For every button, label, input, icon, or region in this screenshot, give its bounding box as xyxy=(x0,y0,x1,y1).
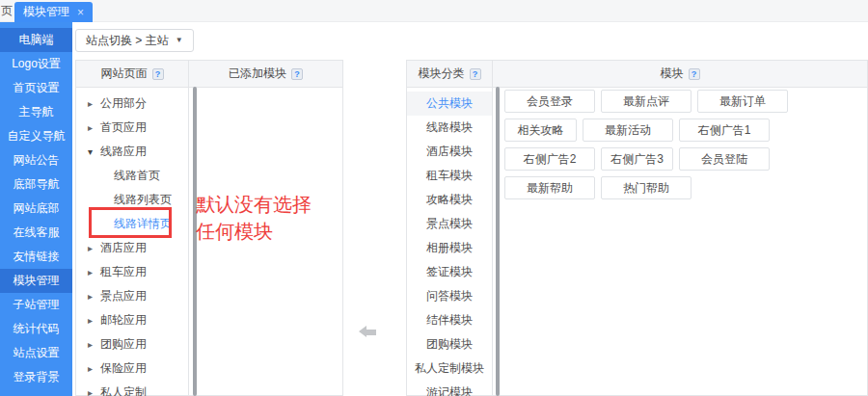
category-item[interactable]: 问答模块 xyxy=(407,284,492,308)
sidebar-item-label: 网站底部 xyxy=(14,201,60,215)
module-button-label: 最新帮助 xyxy=(527,181,573,195)
sidebar-item[interactable]: 统计代码 xyxy=(0,317,72,341)
panel-title: 模块 xyxy=(661,66,684,82)
sidebar-item[interactable]: Logo设置 xyxy=(0,52,72,76)
tree-item-label: 团购应用 xyxy=(100,337,147,351)
category-item[interactable]: 租车模块 xyxy=(407,164,492,188)
help-icon[interactable]: ? xyxy=(291,68,303,80)
module-button[interactable]: 最新帮助 xyxy=(504,176,595,199)
category-item[interactable]: 酒店模块 xyxy=(407,140,492,164)
tab-home-partial[interactable]: 页 xyxy=(1,0,13,22)
tree-item[interactable]: 线路首页 xyxy=(76,164,188,188)
help-icon[interactable]: ? xyxy=(689,68,700,80)
category-item[interactable]: 签证模块 xyxy=(407,260,492,284)
tree-item[interactable]: 线路列表页 xyxy=(76,188,188,212)
tree-caret-icon[interactable] xyxy=(88,284,100,308)
sidebar-item[interactable]: 网站底部 xyxy=(0,197,72,221)
tree-caret-icon[interactable] xyxy=(88,356,100,381)
category-item[interactable]: 景点模块 xyxy=(407,212,492,236)
sidebar-item[interactable]: 首页设置 xyxy=(0,76,72,100)
sidebar-item-label: 站点设置 xyxy=(14,346,60,359)
category-item-label: 问答模块 xyxy=(426,289,473,303)
annotation-line2: 任何模块 xyxy=(196,218,312,245)
sidebar-item-label: 在线客服 xyxy=(14,225,60,239)
module-button[interactable]: 最新活动 xyxy=(583,119,673,142)
category-item[interactable]: 团购模块 xyxy=(407,332,492,356)
sidebar-item[interactable]: 登录背景 xyxy=(0,365,72,389)
category-item[interactable]: 公共模块 xyxy=(407,92,492,116)
module-button[interactable]: 最新点评 xyxy=(601,90,692,113)
tree-item-label: 酒店应用 xyxy=(100,241,147,254)
tree-item[interactable]: 团购应用 xyxy=(76,332,188,356)
sidebar-item-label: 友情链接 xyxy=(14,250,60,263)
category-item[interactable]: 私人定制模块 xyxy=(407,356,492,381)
tree-item[interactable]: 保险应用 xyxy=(76,356,188,381)
category-item-label: 结伴模块 xyxy=(426,313,473,327)
tree-item[interactable]: 首页应用 xyxy=(76,116,188,140)
category-item-label: 租车模块 xyxy=(426,169,473,182)
tree-item[interactable]: 租车应用 xyxy=(76,260,188,284)
module-button[interactable]: 相关攻略 xyxy=(504,119,577,142)
module-button-label: 右侧广告1 xyxy=(698,123,751,137)
sidebar-item[interactable]: 底部导航 xyxy=(0,172,72,197)
sidebar-item[interactable]: 在线客服 xyxy=(0,221,72,245)
tree-caret-icon[interactable] xyxy=(88,116,100,140)
sidebar-item[interactable]: 电脑端 xyxy=(0,28,72,52)
help-icon[interactable]: ? xyxy=(470,68,481,80)
module-button-label: 右侧广告3 xyxy=(610,152,664,166)
tree-item-label: 保险应用 xyxy=(100,361,147,375)
category-item[interactable]: 结伴模块 xyxy=(407,308,492,332)
module-button[interactable]: 热门帮助 xyxy=(601,176,692,199)
sidebar-item-label: 网站公告 xyxy=(14,153,60,167)
module-button[interactable]: 右侧广告1 xyxy=(679,119,770,142)
category-item[interactable]: 游记模块 xyxy=(407,381,492,396)
tree-caret-icon[interactable] xyxy=(88,332,100,356)
module-button[interactable]: 最新订单 xyxy=(697,90,788,113)
sidebar-item[interactable]: 站点设置 xyxy=(0,341,72,365)
category-item[interactable]: 线路模块 xyxy=(407,116,492,140)
panel-title: 网站页面 xyxy=(101,66,148,82)
module-button[interactable]: 右侧广告2 xyxy=(504,147,595,171)
sidebar-item[interactable]: 友情链接 xyxy=(0,245,72,269)
tree-item-label: 私人定制 xyxy=(100,385,147,396)
tree-caret-icon[interactable] xyxy=(88,381,100,396)
tree-caret-icon[interactable] xyxy=(88,92,100,116)
category-item[interactable]: 攻略模块 xyxy=(407,188,492,212)
tab-module-management[interactable]: 模块管理 × xyxy=(14,2,93,22)
module-button-label: 会员登陆 xyxy=(701,152,747,166)
module-button[interactable]: 会员登录 xyxy=(504,90,595,113)
tree-caret-icon[interactable] xyxy=(88,260,100,284)
tree-caret-icon[interactable] xyxy=(88,236,100,260)
category-item[interactable]: 相册模块 xyxy=(407,236,492,260)
sidebar-item[interactable]: 网站公告 xyxy=(0,148,72,172)
sidebar-item-label: Logo设置 xyxy=(12,57,61,70)
sidebar-item[interactable]: 主导航 xyxy=(0,100,72,124)
site-switch-button[interactable]: 站点切换 > 主站 ▼ xyxy=(75,29,194,52)
tree-item[interactable]: 酒店应用 xyxy=(76,236,188,260)
panel-title: 模块分类 xyxy=(419,66,465,82)
caret-down-icon: ▼ xyxy=(176,37,183,44)
tree-item[interactable]: 公用部分 xyxy=(76,92,188,116)
category-item-label: 酒店模块 xyxy=(426,145,473,158)
module-button[interactable]: 会员登陆 xyxy=(679,147,770,171)
sidebar-item[interactable]: 自定义导航 xyxy=(0,124,72,148)
module-button[interactable]: 右侧广告3 xyxy=(601,147,673,171)
sidebar: 电脑端 Logo设置 首页设置 主导航 自定义导航 网站公告 底部导航 网站底部… xyxy=(0,22,72,396)
tree-item[interactable]: 线路应用 xyxy=(76,140,188,164)
sidebar-item[interactable]: 子站管理 xyxy=(0,293,72,317)
tree-item[interactable]: 邮轮应用 xyxy=(76,308,188,332)
tree-caret-icon[interactable] xyxy=(88,308,100,332)
tree-caret-icon[interactable] xyxy=(88,140,100,164)
tree-item[interactable]: 景点应用 xyxy=(76,284,188,308)
tree-item-label: 公用部分 xyxy=(100,96,147,110)
help-icon[interactable]: ? xyxy=(152,68,164,80)
module-button-label: 右侧广告2 xyxy=(524,152,577,166)
panel-modules-header: 模块 ? xyxy=(493,61,867,88)
tree-item[interactable]: 线路详情页 xyxy=(76,212,188,236)
tree-item[interactable]: 私人定制 xyxy=(76,381,188,396)
tab-bar: 页 模块管理 × xyxy=(0,0,868,22)
scrollbar[interactable] xyxy=(496,87,500,396)
category-item-label: 私人定制模块 xyxy=(415,361,484,375)
sidebar-item[interactable]: 模块管理 xyxy=(0,269,72,293)
close-icon[interactable]: × xyxy=(77,7,84,18)
